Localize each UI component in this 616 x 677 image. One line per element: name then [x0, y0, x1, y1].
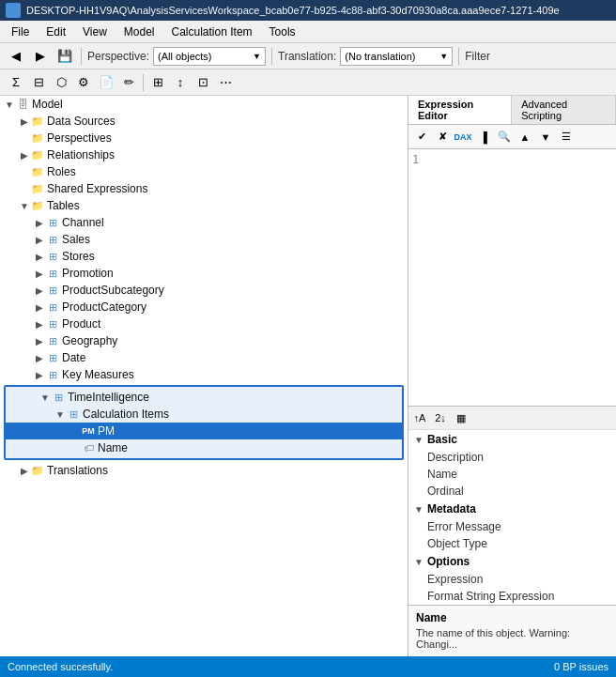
- tree-pm-item[interactable]: PM PM: [6, 423, 402, 439]
- icon-toolbar: Σ ⊟ ⬡ ⚙ 📄 ✏ ⊞ ↕ ⊡ ⋯: [0, 69, 616, 96]
- expr-confirm-button[interactable]: ✔: [412, 128, 431, 146]
- back-button[interactable]: ◀: [6, 46, 26, 67]
- promotion-icon: ⊞: [45, 266, 60, 281]
- props-group-options-header[interactable]: ▼ Options: [408, 552, 616, 571]
- columns-button[interactable]: ⊞: [147, 72, 168, 93]
- menu-file[interactable]: File: [4, 23, 37, 40]
- expr-cancel-button[interactable]: ✘: [433, 128, 452, 146]
- prop-error-message[interactable]: Error Message: [408, 518, 616, 535]
- tree-table-stores[interactable]: ▶ ⊞ Stores: [0, 248, 408, 265]
- doc-button[interactable]: 📄: [96, 72, 116, 93]
- prop-format-string-expression[interactable]: Format String Expression: [408, 588, 616, 605]
- sort-button[interactable]: ↕: [170, 72, 191, 93]
- expr-down-button[interactable]: ▼: [536, 128, 555, 146]
- date-arrow[interactable]: ▶: [34, 353, 45, 363]
- tab-expression-editor[interactable]: Expression Editor: [408, 96, 512, 124]
- tree-data-sources[interactable]: ▶ 📁 Data Sources: [0, 113, 408, 130]
- data-sources-icon: 📁: [30, 114, 45, 129]
- expr-bold-button[interactable]: ▐: [474, 128, 493, 146]
- chart-button[interactable]: ⬡: [51, 72, 71, 93]
- tree-table-timeintelligence[interactable]: ▼ ⊞ TimeIntelligence: [6, 389, 402, 406]
- timeintelligence-arrow[interactable]: ▼: [39, 392, 51, 403]
- menu-edit[interactable]: Edit: [38, 23, 73, 40]
- tree-table-channel[interactable]: ▶ ⊞ Channel: [0, 214, 408, 231]
- tree-model[interactable]: ▼ 🗄 Model: [0, 96, 408, 113]
- relationships-icon: 📁: [30, 147, 45, 162]
- props-group-basic-header[interactable]: ▼ Basic: [408, 430, 616, 449]
- props-group-metadata-header[interactable]: ▼ Metadata: [408, 500, 616, 518]
- props-desc-title: Name: [416, 611, 608, 624]
- product-arrow[interactable]: ▶: [34, 319, 45, 330]
- props-grid-button[interactable]: ▦: [452, 408, 470, 427]
- channel-icon: ⊞: [45, 215, 60, 230]
- promotion-arrow[interactable]: ▶: [34, 269, 45, 279]
- expression-editor-tabs: Expression Editor Advanced Scripting: [408, 96, 616, 125]
- tree-table-sales[interactable]: ▶ ⊞ Sales: [0, 231, 408, 248]
- model-arrow[interactable]: ▼: [4, 100, 15, 110]
- tree-table-keymeasures[interactable]: ▶ ⊞ Key Measures: [0, 366, 408, 383]
- calculation-items-arrow[interactable]: ▼: [54, 409, 66, 420]
- tree-perspectives[interactable]: 📁 Perspectives: [0, 130, 408, 146]
- data-sources-arrow[interactable]: ▶: [19, 116, 30, 127]
- props-sort-alpha-button[interactable]: ↑A: [410, 408, 429, 427]
- translation-label: Translation:: [278, 50, 336, 63]
- keymeasures-arrow[interactable]: ▶: [34, 370, 45, 380]
- expr-up-button[interactable]: ▲: [516, 128, 534, 146]
- menu-calculation-item[interactable]: Calculation Item: [164, 23, 260, 40]
- tree-translations[interactable]: ▶ 📁 Translations: [0, 462, 408, 479]
- menu-view[interactable]: View: [75, 23, 115, 40]
- sales-arrow[interactable]: ▶: [34, 235, 45, 245]
- sales-icon: ⊞: [45, 232, 60, 247]
- stores-arrow[interactable]: ▶: [34, 252, 45, 262]
- props-sort-num-button[interactable]: 2↓: [431, 408, 450, 427]
- forward-button[interactable]: ▶: [30, 46, 51, 67]
- prop-ordinal[interactable]: Ordinal: [408, 483, 616, 500]
- calculation-items-label: Calculation Items: [83, 408, 169, 421]
- prop-object-type[interactable]: Object Type: [408, 535, 616, 552]
- tree-table-product[interactable]: ▶ ⊞ Product: [0, 315, 408, 332]
- edit-button[interactable]: ✏: [118, 72, 139, 93]
- expression-body[interactable]: 1: [408, 149, 616, 406]
- expr-menu-button[interactable]: ☰: [557, 128, 576, 146]
- geography-arrow[interactable]: ▶: [34, 336, 45, 346]
- productcategory-icon: ⊞: [45, 300, 60, 315]
- relationships-arrow[interactable]: ▶: [19, 150, 30, 161]
- shared-expressions-label: Shared Expressions: [47, 182, 147, 195]
- translation-dropdown[interactable]: (No translation) ▼: [340, 47, 453, 66]
- tab-advanced-scripting[interactable]: Advanced Scripting: [512, 96, 616, 124]
- translations-arrow[interactable]: ▶: [19, 466, 30, 476]
- tree-table-date[interactable]: ▶ ⊞ Date: [0, 349, 408, 366]
- props-desc-text: The name of this object. Warning: Changi…: [416, 627, 608, 650]
- expr-dax-button[interactable]: DAX: [454, 128, 472, 146]
- tree-name-item[interactable]: 🏷 Name: [6, 439, 402, 456]
- table-button[interactable]: ⊟: [28, 72, 49, 93]
- prop-description[interactable]: Description: [408, 449, 616, 466]
- save-button[interactable]: 💾: [54, 46, 75, 67]
- tree-table-productsubcategory[interactable]: ▶ ⊞ ProductSubcategory: [0, 282, 408, 299]
- tables-arrow[interactable]: ▼: [19, 201, 30, 211]
- tree-shared-expressions[interactable]: 📁 Shared Expressions: [0, 180, 408, 197]
- perspective-dropdown[interactable]: (All objects) ▼: [153, 47, 266, 66]
- tree-calculation-items[interactable]: ▼ ⊞ Calculation Items: [6, 406, 402, 423]
- channel-arrow[interactable]: ▶: [34, 218, 45, 228]
- menu-model[interactable]: Model: [116, 23, 162, 40]
- gear-button[interactable]: ⚙: [73, 72, 94, 93]
- props-description-area: Name The name of this object. Warning: C…: [408, 605, 616, 656]
- menu-tools[interactable]: Tools: [262, 23, 303, 40]
- perspective-icon-button[interactable]: ⊡: [192, 72, 213, 93]
- productcategory-arrow[interactable]: ▶: [34, 302, 45, 313]
- sigma-button[interactable]: Σ: [6, 72, 26, 93]
- tree-table-geography[interactable]: ▶ ⊞ Geography: [0, 332, 408, 349]
- tree-roles[interactable]: 📁 Roles: [0, 163, 408, 180]
- tree-tables[interactable]: ▼ 📁 Tables: [0, 197, 408, 214]
- prop-expression[interactable]: Expression: [408, 571, 616, 588]
- tree-table-productcategory[interactable]: ▶ ⊞ ProductCategory: [0, 299, 408, 315]
- tree-table-promotion[interactable]: ▶ ⊞ Promotion: [0, 265, 408, 282]
- prop-name[interactable]: Name: [408, 466, 616, 483]
- expr-search-button[interactable]: 🔍: [495, 128, 514, 146]
- line-number-1: 1: [412, 153, 419, 166]
- more-button[interactable]: ⋯: [215, 72, 236, 93]
- tree-relationships[interactable]: ▶ 📁 Relationships: [0, 146, 408, 163]
- status-left: Connected succesfully.: [8, 661, 113, 672]
- productsubcategory-arrow[interactable]: ▶: [34, 285, 45, 296]
